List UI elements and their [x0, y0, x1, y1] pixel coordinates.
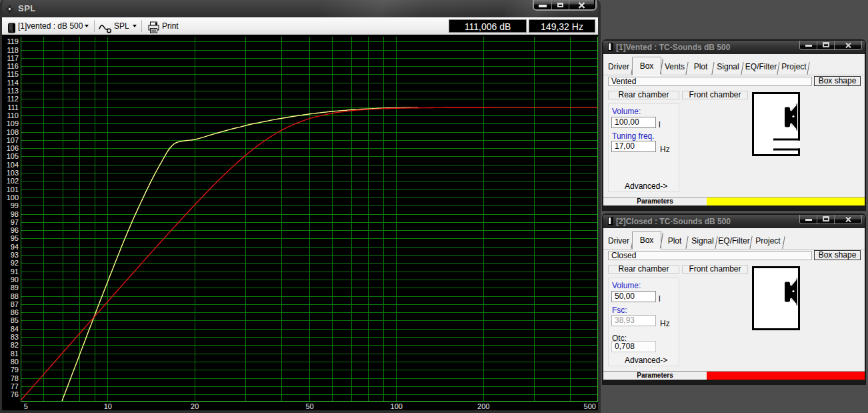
svg-text:83: 83 — [11, 333, 19, 341]
svg-text:500: 500 — [584, 402, 596, 410]
svg-text:76: 76 — [11, 390, 19, 398]
svg-text:87: 87 — [11, 300, 19, 308]
svg-text:88: 88 — [11, 292, 19, 300]
svg-text:82: 82 — [11, 341, 19, 349]
svg-text:98: 98 — [11, 210, 19, 218]
svg-text:95: 95 — [11, 234, 19, 242]
svg-text:50: 50 — [305, 402, 313, 410]
svg-text:100: 100 — [7, 193, 19, 201]
svg-text:92: 92 — [11, 259, 19, 267]
svg-text:93: 93 — [11, 251, 19, 259]
svg-text:109: 109 — [7, 119, 19, 127]
svg-text:118: 118 — [7, 46, 19, 54]
svg-text:90: 90 — [11, 276, 19, 284]
svg-text:102: 102 — [7, 177, 19, 185]
svg-text:105: 105 — [7, 152, 19, 160]
svg-text:80: 80 — [11, 358, 19, 366]
svg-text:78: 78 — [11, 374, 19, 382]
svg-text:100: 100 — [391, 402, 403, 410]
svg-text:84: 84 — [11, 325, 19, 333]
svg-text:108: 108 — [7, 128, 19, 136]
svg-text:79: 79 — [11, 366, 19, 374]
svg-text:113: 113 — [7, 87, 19, 95]
svg-text:200: 200 — [477, 402, 489, 410]
svg-text:77: 77 — [11, 382, 19, 390]
svg-text:96: 96 — [11, 226, 19, 234]
svg-text:89: 89 — [11, 284, 19, 292]
svg-text:116: 116 — [7, 62, 19, 70]
svg-text:111: 111 — [7, 103, 19, 111]
svg-text:94: 94 — [11, 243, 19, 251]
svg-text:110: 110 — [7, 111, 19, 119]
svg-text:81: 81 — [11, 350, 19, 358]
svg-text:101: 101 — [7, 185, 19, 193]
svg-text:10: 10 — [104, 402, 112, 410]
svg-text:114: 114 — [7, 79, 19, 87]
svg-text:86: 86 — [11, 308, 19, 316]
svg-text:104: 104 — [7, 161, 19, 169]
svg-text:5: 5 — [24, 402, 28, 410]
svg-text:85: 85 — [11, 316, 19, 324]
svg-text:99: 99 — [11, 201, 19, 210]
svg-text:97: 97 — [11, 218, 19, 226]
svg-text:20: 20 — [191, 402, 199, 410]
svg-text:103: 103 — [7, 169, 19, 177]
svg-text:119: 119 — [7, 37, 19, 45]
svg-text:117: 117 — [7, 54, 19, 62]
svg-text:91: 91 — [11, 268, 19, 276]
svg-text:115: 115 — [7, 70, 19, 78]
svg-text:107: 107 — [7, 136, 19, 144]
svg-text:112: 112 — [7, 95, 19, 103]
svg-text:106: 106 — [7, 144, 19, 152]
